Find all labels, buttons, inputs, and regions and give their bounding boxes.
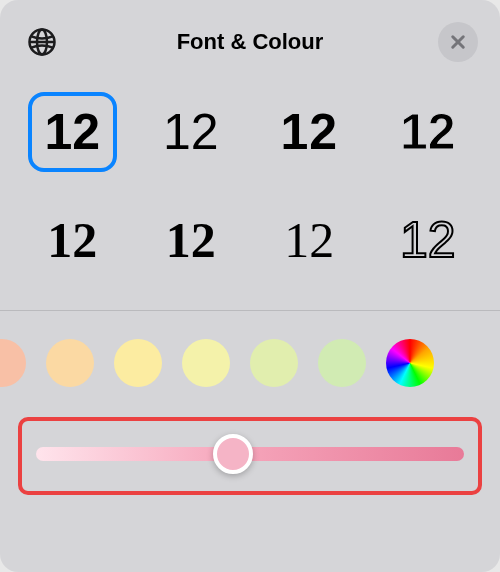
- color-swatch-row: [0, 339, 500, 387]
- color-section: [0, 311, 500, 529]
- tint-slider-highlight: [18, 417, 482, 495]
- font-option-1[interactable]: 12: [147, 92, 236, 172]
- sheet-title: Font & Colour: [62, 29, 438, 55]
- font-option-2[interactable]: 12: [265, 92, 354, 172]
- globe-button[interactable]: [22, 22, 62, 62]
- font-option-5[interactable]: 12: [147, 200, 236, 280]
- color-swatch-0[interactable]: [0, 339, 26, 387]
- tint-slider-thumb[interactable]: [213, 434, 253, 474]
- sheet-header: Font & Colour: [0, 0, 500, 72]
- tint-slider[interactable]: [36, 447, 464, 461]
- color-swatch-3[interactable]: [182, 339, 230, 387]
- color-swatch-4[interactable]: [250, 339, 298, 387]
- color-swatch-1[interactable]: [46, 339, 94, 387]
- globe-icon: [27, 27, 57, 57]
- font-colour-sheet: Font & Colour 12 12 12 12 12 12 12 12: [0, 0, 500, 572]
- color-swatch-5[interactable]: [318, 339, 366, 387]
- font-option-3[interactable]: 12: [384, 92, 473, 172]
- font-option-7[interactable]: 12: [384, 200, 473, 280]
- color-swatch-2[interactable]: [114, 339, 162, 387]
- close-button[interactable]: [438, 22, 478, 62]
- font-option-0[interactable]: 12: [28, 92, 117, 172]
- font-option-6[interactable]: 12: [265, 200, 354, 280]
- font-grid: 12 12 12 12 12 12 12 12: [0, 72, 500, 310]
- color-picker-button[interactable]: [386, 339, 434, 387]
- font-option-4[interactable]: 12: [28, 200, 117, 280]
- close-icon: [449, 33, 467, 51]
